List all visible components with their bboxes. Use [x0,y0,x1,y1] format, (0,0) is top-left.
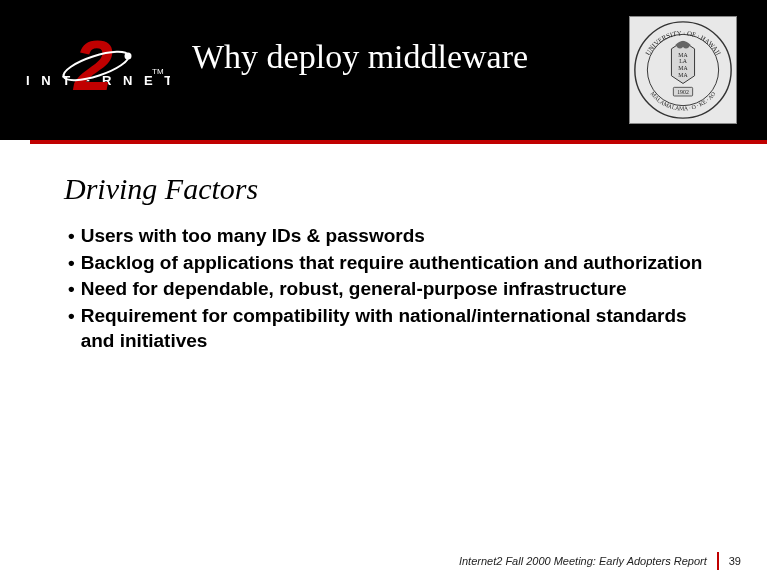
list-item: • Need for dependable, robust, general-p… [68,277,703,302]
svg-point-1 [125,53,132,60]
bullet-icon: • [68,277,81,302]
logo-numeral: 2 [72,30,113,105]
list-item: • Backlog of applications that require a… [68,251,703,276]
bullet-text: Backlog of applications that require aut… [81,251,703,276]
internet2-logo: I N T E R N E T 2 TM [20,30,170,110]
university-seal: UNIVERSITY · OF · HAWAII MALAMALAMA · O … [629,16,737,124]
list-item: • Users with too many IDs & passwords [68,224,703,249]
slide-footer: Internet2 Fall 2000 Meeting: Early Adopt… [459,552,741,570]
bullet-list: • Users with too many IDs & passwords • … [64,224,703,353]
svg-text:LA: LA [679,58,688,64]
bullet-text: Requirement for compatibility with natio… [81,304,703,353]
svg-text:MA: MA [678,65,688,71]
page-number: 39 [729,555,741,567]
header-divider [30,140,767,144]
svg-text:MA: MA [678,52,688,58]
bullet-icon: • [68,304,81,353]
bullet-icon: • [68,224,81,249]
bullet-text: Users with too many IDs & passwords [81,224,703,249]
slide-title: Why deploy middleware [192,38,528,76]
svg-text:1902: 1902 [677,89,689,95]
slide-header: I N T E R N E T 2 TM Why deploy middlewa… [0,0,767,140]
bullet-text: Need for dependable, robust, general-pur… [81,277,703,302]
slide-body: Driving Factors • Users with too many ID… [0,140,767,353]
subheading: Driving Factors [64,172,703,206]
list-item: • Requirement for compatibility with nat… [68,304,703,353]
footer-separator [717,552,719,570]
logo-tm: TM [152,67,164,76]
bullet-icon: • [68,251,81,276]
svg-text:MA: MA [678,72,688,78]
footer-text: Internet2 Fall 2000 Meeting: Early Adopt… [459,555,707,567]
